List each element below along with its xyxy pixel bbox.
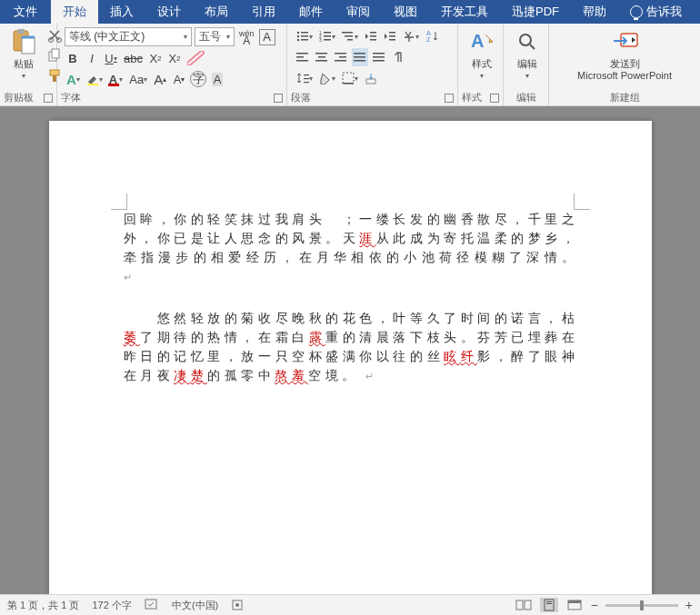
styles-icon: A — [467, 27, 496, 56]
zoom-out-button[interactable]: − — [591, 598, 598, 612]
web-layout-button[interactable] — [565, 598, 584, 612]
tab-view[interactable]: 视图 — [382, 0, 429, 24]
paragraph-1[interactable]: 回眸，你的轻笑抹过我肩头 ；一缕长发的幽香散尽，千里之外，你已是让人思念的风景。… — [124, 210, 579, 287]
tab-layout[interactable]: 布局 — [193, 0, 240, 24]
editing-button[interactable]: 编辑▾ — [507, 25, 547, 84]
page-count[interactable]: 第 1 页，共 1 页 — [7, 599, 79, 612]
multilevel-list-button[interactable]: ▾ — [340, 27, 360, 45]
bold-button[interactable]: B — [65, 49, 81, 67]
borders-button[interactable]: ▾ — [340, 69, 360, 87]
styles-button[interactable]: A 样式▾ — [462, 25, 502, 84]
spell-error[interactable]: 纤 — [461, 350, 478, 363]
paste-label: 粘贴 — [14, 58, 34, 70]
show-marks-button[interactable] — [390, 48, 406, 66]
italic-button[interactable]: I — [84, 49, 100, 67]
font-color-button[interactable]: A▾ — [107, 70, 125, 88]
svg-rect-45 — [354, 60, 365, 62]
tell-me[interactable]: 告诉我 — [618, 0, 694, 24]
underline-button[interactable]: U▾ — [103, 49, 119, 67]
tab-mailings[interactable]: 邮件 — [287, 0, 335, 24]
styles-dialog-launcher[interactable] — [490, 94, 499, 103]
svg-rect-54 — [366, 79, 375, 84]
page[interactable]: 回眸，你的轻笑抹过我肩头 ；一缕长发的幽香散尽，千里之外，你已是让人思念的风景。… — [49, 121, 652, 594]
paragraph-group-label: 段落 — [291, 91, 311, 104]
decrease-indent-button[interactable] — [363, 27, 379, 45]
zoom-in-button[interactable]: + — [685, 598, 693, 612]
shading-button[interactable]: ▾ — [317, 69, 337, 87]
superscript-button[interactable]: X2 — [166, 49, 183, 67]
asian-layout-button[interactable]: ▾ — [401, 27, 421, 45]
language[interactable]: 中文(中国) — [172, 599, 218, 612]
grow-font-button[interactable]: A▴ — [152, 70, 168, 88]
distributed-button[interactable] — [371, 48, 387, 66]
enclose-char-button[interactable]: 字 — [190, 71, 206, 87]
highlight-button[interactable]: ▾ — [85, 70, 105, 88]
tab-pdf[interactable]: 迅捷PDF — [500, 0, 571, 24]
read-mode-button[interactable] — [515, 598, 533, 612]
spell-error[interactable]: 萎 — [124, 331, 141, 344]
font-dialog-launcher[interactable] — [274, 94, 283, 103]
word-count[interactable]: 172 个字 — [92, 599, 131, 612]
phonetic-guide-button[interactable]: wénA — [237, 28, 256, 46]
svg-rect-9 — [87, 84, 98, 85]
svg-rect-31 — [389, 39, 395, 41]
font-size-select[interactable]: 五号▾ — [195, 27, 235, 46]
svg-rect-27 — [370, 35, 376, 37]
tab-references[interactable]: 引用 — [240, 0, 287, 24]
tab-review[interactable]: 审阅 — [335, 0, 382, 24]
character-border-button[interactable]: A — [259, 29, 275, 45]
spell-error[interactable]: 眩 — [444, 350, 461, 363]
svg-point-56 — [520, 35, 531, 45]
numbering-button[interactable]: 123▾ — [317, 27, 337, 45]
paragraph-dialog-launcher[interactable] — [445, 94, 454, 103]
svg-rect-39 — [315, 60, 327, 62]
text-effects-button[interactable]: A▾ — [65, 70, 82, 88]
line-spacing-button[interactable]: ▾ — [295, 69, 315, 87]
tab-home[interactable]: 开始 — [51, 0, 98, 24]
char-shading-button[interactable]: A — [209, 70, 225, 88]
svg-rect-14 — [301, 35, 308, 37]
tab-file[interactable]: 文件 — [0, 0, 51, 24]
tab-help[interactable]: 帮助 — [571, 0, 618, 24]
svg-point-15 — [297, 39, 299, 41]
svg-rect-30 — [389, 35, 395, 37]
paste-button[interactable]: 粘贴▾ — [4, 25, 44, 84]
spell-error[interactable]: 涯 — [359, 232, 376, 245]
send-label-2: Microsoft PowerPoint — [577, 70, 672, 82]
align-justify-button[interactable] — [352, 48, 368, 66]
svg-rect-28 — [370, 39, 376, 41]
macro-icon[interactable] — [231, 599, 244, 611]
align-left-button[interactable] — [295, 48, 311, 66]
spell-error[interactable]: 露 — [309, 331, 326, 344]
snap-grid-button[interactable] — [363, 69, 379, 87]
paragraph-mark: ↵ — [124, 272, 136, 283]
sort-button[interactable]: AZ — [424, 27, 440, 45]
align-right-button[interactable] — [333, 48, 349, 66]
change-case-button[interactable]: Aa▾ — [127, 70, 149, 88]
tell-me-label: 告诉我 — [646, 4, 682, 20]
tab-devtools[interactable]: 开发工具 — [429, 0, 500, 24]
strikethrough-button[interactable]: abc — [122, 49, 145, 67]
subscript-button[interactable]: X2 — [147, 49, 164, 67]
spell-error[interactable]: 熬羞 — [275, 369, 308, 382]
clipboard-dialog-launcher[interactable] — [44, 94, 53, 103]
spell-error[interactable]: 楚 — [191, 369, 208, 382]
document-area[interactable]: 回眸，你的轻笑抹过我肩头 ；一缕长发的幽香散尽，千里之外，你已是让人思念的风景。… — [0, 106, 700, 594]
align-center-button[interactable] — [314, 48, 330, 66]
tab-insert[interactable]: 插入 — [98, 0, 145, 24]
font-name-select[interactable]: 等线 (中文正文)▾ — [65, 27, 192, 46]
spell-error[interactable]: 凄 — [174, 369, 191, 382]
zoom-slider[interactable] — [605, 604, 678, 607]
print-layout-button[interactable] — [540, 598, 558, 612]
spell-check-icon[interactable] — [145, 599, 159, 611]
bullets-button[interactable]: ▾ — [295, 27, 315, 45]
svg-text:A: A — [426, 30, 431, 36]
tab-design[interactable]: 设计 — [145, 0, 193, 24]
clear-format-button[interactable] — [185, 49, 207, 67]
svg-rect-40 — [335, 53, 346, 55]
paragraph-2[interactable]: 悠然轻放的菊收尽晚秋的花色，叶等久了时间的诺言，枯萎了期待的热情，在霜白露重的清… — [124, 309, 579, 386]
svg-rect-61 — [516, 600, 523, 610]
shrink-font-button[interactable]: A▾ — [171, 70, 187, 88]
increase-indent-button[interactable] — [382, 27, 398, 45]
send-to-powerpoint-button[interactable]: 发送到 Microsoft PowerPoint — [572, 25, 677, 84]
